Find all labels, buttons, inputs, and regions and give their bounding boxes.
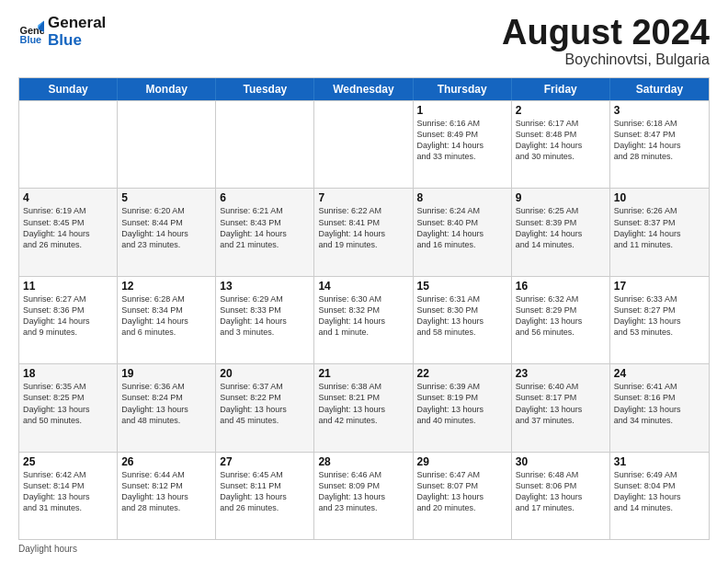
logo-icon: General Blue xyxy=(18,19,44,45)
logo-general: General xyxy=(48,15,106,32)
cal-row-1: 1Sunrise: 6:16 AM Sunset: 8:49 PM Daylig… xyxy=(19,100,709,188)
cal-header-wednesday: Wednesday xyxy=(314,78,413,100)
cal-header-tuesday: Tuesday xyxy=(216,78,314,100)
cell-info: Sunrise: 6:32 AM Sunset: 8:29 PM Dayligh… xyxy=(516,293,606,339)
cell-info: Sunrise: 6:33 AM Sunset: 8:27 PM Dayligh… xyxy=(614,293,705,339)
day-number: 24 xyxy=(614,367,705,380)
calendar-body: 1Sunrise: 6:16 AM Sunset: 8:49 PM Daylig… xyxy=(19,100,709,539)
cal-cell-11: 11Sunrise: 6:27 AM Sunset: 8:36 PM Dayli… xyxy=(19,277,118,363)
cell-info: Sunrise: 6:21 AM Sunset: 8:43 PM Dayligh… xyxy=(220,205,310,250)
day-number: 1 xyxy=(417,104,507,117)
day-number: 9 xyxy=(516,191,606,204)
day-number: 19 xyxy=(121,367,211,380)
location-title: Boychinovtsi, Bulgaria xyxy=(502,52,710,68)
cell-info: Sunrise: 6:39 AM Sunset: 8:19 PM Dayligh… xyxy=(417,381,507,426)
cal-cell-29: 29Sunrise: 6:47 AM Sunset: 8:07 PM Dayli… xyxy=(414,453,512,539)
cell-info: Sunrise: 6:46 AM Sunset: 8:09 PM Dayligh… xyxy=(318,469,408,514)
cal-cell-9: 9Sunrise: 6:25 AM Sunset: 8:39 PM Daylig… xyxy=(512,189,610,275)
cell-info: Sunrise: 6:19 AM Sunset: 8:45 PM Dayligh… xyxy=(23,205,113,250)
cal-cell-2: 2Sunrise: 6:17 AM Sunset: 8:48 PM Daylig… xyxy=(512,101,610,188)
day-number: 2 xyxy=(516,104,606,117)
cal-header-saturday: Saturday xyxy=(610,78,709,100)
day-number: 15 xyxy=(417,280,507,293)
cell-info: Sunrise: 6:29 AM Sunset: 8:33 PM Dayligh… xyxy=(220,293,310,339)
cal-cell-24: 24Sunrise: 6:41 AM Sunset: 8:16 PM Dayli… xyxy=(610,364,709,451)
cal-cell-3: 3Sunrise: 6:18 AM Sunset: 8:47 PM Daylig… xyxy=(610,101,709,188)
cal-cell-16: 16Sunrise: 6:32 AM Sunset: 8:29 PM Dayli… xyxy=(512,277,610,363)
day-number: 21 xyxy=(318,367,408,380)
cell-info: Sunrise: 6:25 AM Sunset: 8:39 PM Dayligh… xyxy=(516,205,606,250)
day-number: 30 xyxy=(516,455,606,468)
cal-cell-28: 28Sunrise: 6:46 AM Sunset: 8:09 PM Dayli… xyxy=(314,453,413,539)
cal-cell-empty-0-1 xyxy=(118,101,216,188)
day-number: 7 xyxy=(318,191,408,204)
cell-info: Sunrise: 6:24 AM Sunset: 8:40 PM Dayligh… xyxy=(417,205,507,250)
calendar: SundayMondayTuesdayWednesdayThursdayFrid… xyxy=(18,77,710,540)
cell-info: Sunrise: 6:45 AM Sunset: 8:11 PM Dayligh… xyxy=(220,469,310,514)
cal-cell-15: 15Sunrise: 6:31 AM Sunset: 8:30 PM Dayli… xyxy=(414,277,512,363)
day-number: 17 xyxy=(614,280,705,293)
cell-info: Sunrise: 6:26 AM Sunset: 8:37 PM Dayligh… xyxy=(614,205,705,250)
cal-cell-26: 26Sunrise: 6:44 AM Sunset: 8:12 PM Dayli… xyxy=(118,453,216,539)
cell-info: Sunrise: 6:31 AM Sunset: 8:30 PM Dayligh… xyxy=(417,293,507,339)
cal-cell-5: 5Sunrise: 6:20 AM Sunset: 8:44 PM Daylig… xyxy=(118,189,216,275)
cell-info: Sunrise: 6:17 AM Sunset: 8:48 PM Dayligh… xyxy=(516,118,606,163)
cell-info: Sunrise: 6:18 AM Sunset: 8:47 PM Dayligh… xyxy=(614,118,705,163)
page: General Blue General Blue August 2024 Bo… xyxy=(0,0,728,563)
cell-info: Sunrise: 6:48 AM Sunset: 8:06 PM Dayligh… xyxy=(516,469,606,514)
cal-cell-4: 4Sunrise: 6:19 AM Sunset: 8:45 PM Daylig… xyxy=(19,189,118,275)
cell-info: Sunrise: 6:38 AM Sunset: 8:21 PM Dayligh… xyxy=(318,381,408,426)
cell-info: Sunrise: 6:47 AM Sunset: 8:07 PM Dayligh… xyxy=(417,469,507,514)
cal-cell-20: 20Sunrise: 6:37 AM Sunset: 8:22 PM Dayli… xyxy=(216,364,314,451)
cell-info: Sunrise: 6:20 AM Sunset: 8:44 PM Dayligh… xyxy=(121,205,211,250)
cal-header-thursday: Thursday xyxy=(414,78,512,100)
footer-note: Daylight hours xyxy=(18,544,710,554)
cal-cell-31: 31Sunrise: 6:49 AM Sunset: 8:04 PM Dayli… xyxy=(610,453,709,539)
logo: General Blue General Blue xyxy=(18,15,106,49)
cal-row-4: 18Sunrise: 6:35 AM Sunset: 8:25 PM Dayli… xyxy=(19,363,709,451)
title-block: August 2024 Boychinovtsi, Bulgaria xyxy=(502,15,710,68)
day-number: 5 xyxy=(121,191,211,204)
day-number: 29 xyxy=(417,455,507,468)
cal-cell-19: 19Sunrise: 6:36 AM Sunset: 8:24 PM Dayli… xyxy=(118,364,216,451)
cal-row-3: 11Sunrise: 6:27 AM Sunset: 8:36 PM Dayli… xyxy=(19,276,709,363)
cell-info: Sunrise: 6:36 AM Sunset: 8:24 PM Dayligh… xyxy=(121,381,211,426)
day-number: 13 xyxy=(220,280,310,293)
day-number: 22 xyxy=(417,367,507,380)
cal-cell-23: 23Sunrise: 6:40 AM Sunset: 8:17 PM Dayli… xyxy=(512,364,610,451)
cal-cell-18: 18Sunrise: 6:35 AM Sunset: 8:25 PM Dayli… xyxy=(19,364,118,451)
cell-info: Sunrise: 6:16 AM Sunset: 8:49 PM Dayligh… xyxy=(417,118,507,163)
cal-header-friday: Friday xyxy=(512,78,610,100)
day-number: 16 xyxy=(516,280,606,293)
cal-cell-14: 14Sunrise: 6:30 AM Sunset: 8:32 PM Dayli… xyxy=(314,277,413,363)
cal-cell-13: 13Sunrise: 6:29 AM Sunset: 8:33 PM Dayli… xyxy=(216,277,314,363)
day-number: 25 xyxy=(23,455,113,468)
svg-text:Blue: Blue xyxy=(20,34,42,45)
cell-info: Sunrise: 6:42 AM Sunset: 8:14 PM Dayligh… xyxy=(23,469,113,514)
cal-cell-27: 27Sunrise: 6:45 AM Sunset: 8:11 PM Dayli… xyxy=(216,453,314,539)
day-number: 6 xyxy=(220,191,310,204)
cal-cell-empty-0-3 xyxy=(314,101,413,188)
cal-cell-21: 21Sunrise: 6:38 AM Sunset: 8:21 PM Dayli… xyxy=(314,364,413,451)
cal-cell-empty-0-2 xyxy=(216,101,314,188)
day-number: 28 xyxy=(318,455,408,468)
cal-cell-10: 10Sunrise: 6:26 AM Sunset: 8:37 PM Dayli… xyxy=(610,189,709,275)
cal-header-monday: Monday xyxy=(118,78,216,100)
cell-info: Sunrise: 6:44 AM Sunset: 8:12 PM Dayligh… xyxy=(121,469,211,514)
cell-info: Sunrise: 6:22 AM Sunset: 8:41 PM Dayligh… xyxy=(318,205,408,250)
day-number: 3 xyxy=(614,104,705,117)
cal-cell-empty-0-0 xyxy=(19,101,118,188)
cal-cell-6: 6Sunrise: 6:21 AM Sunset: 8:43 PM Daylig… xyxy=(216,189,314,275)
day-number: 23 xyxy=(516,367,606,380)
cal-cell-8: 8Sunrise: 6:24 AM Sunset: 8:40 PM Daylig… xyxy=(414,189,512,275)
cal-cell-17: 17Sunrise: 6:33 AM Sunset: 8:27 PM Dayli… xyxy=(610,277,709,363)
day-number: 11 xyxy=(23,280,113,293)
day-number: 12 xyxy=(121,280,211,293)
cal-row-2: 4Sunrise: 6:19 AM Sunset: 8:45 PM Daylig… xyxy=(19,188,709,275)
header: General Blue General Blue August 2024 Bo… xyxy=(18,15,710,68)
calendar-header: SundayMondayTuesdayWednesdayThursdayFrid… xyxy=(19,78,709,100)
logo-blue: Blue xyxy=(48,32,106,50)
month-title: August 2024 xyxy=(502,15,710,50)
cal-header-sunday: Sunday xyxy=(19,78,118,100)
cell-info: Sunrise: 6:37 AM Sunset: 8:22 PM Dayligh… xyxy=(220,381,310,426)
